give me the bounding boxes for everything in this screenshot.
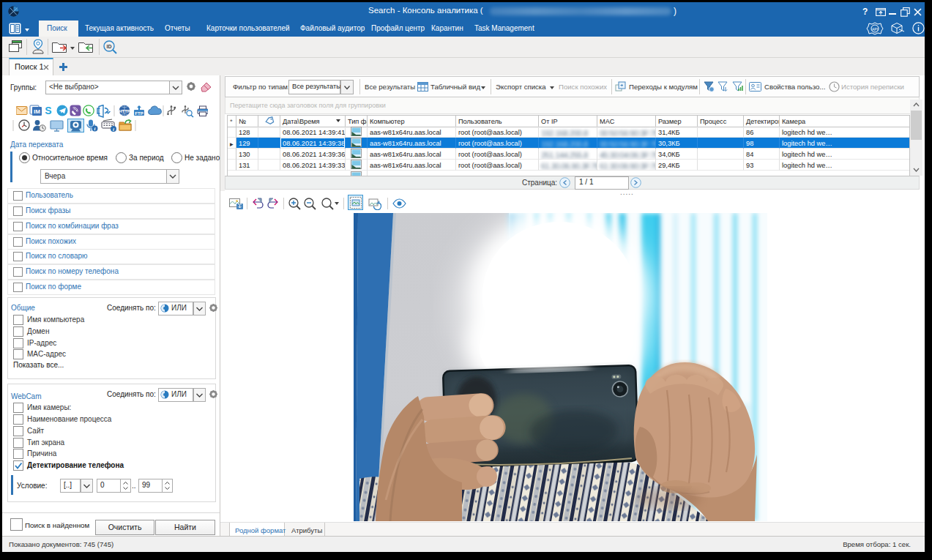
svg-text:API: API — [872, 27, 878, 31]
svg-text:i: i — [113, 127, 114, 132]
svg-text:S: S — [45, 105, 51, 116]
svg-text:i: i — [94, 126, 96, 132]
svg-text:IM: IM — [34, 108, 40, 115]
svg-text:HTTP: HTTP — [119, 109, 130, 113]
svg-text:ID: ID — [107, 44, 112, 49]
svg-text:FTP: FTP — [135, 111, 143, 116]
